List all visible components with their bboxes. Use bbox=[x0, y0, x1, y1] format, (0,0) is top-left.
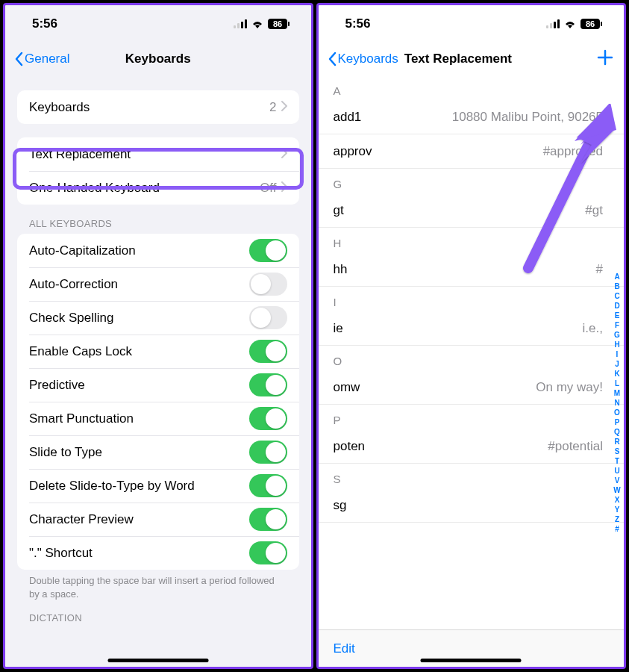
index-letter[interactable]: W bbox=[612, 485, 622, 495]
add-button[interactable] bbox=[597, 49, 613, 69]
nav-bar: General Keyboards bbox=[5, 43, 311, 75]
index-letter[interactable]: J bbox=[612, 359, 622, 369]
index-letter[interactable]: Y bbox=[612, 505, 622, 514]
index-letter[interactable]: R bbox=[612, 437, 622, 447]
row-detail: Off bbox=[260, 181, 276, 196]
toggle-label: Character Preview bbox=[29, 512, 249, 527]
index-letter[interactable]: U bbox=[612, 466, 622, 476]
chevron-right-icon bbox=[281, 101, 287, 114]
index-letter[interactable]: I bbox=[612, 349, 622, 359]
index-letter[interactable]: Q bbox=[612, 427, 622, 437]
toggle-switch[interactable] bbox=[249, 373, 287, 396]
row-one-handed[interactable]: One-Handed Keyboard Off bbox=[17, 171, 299, 205]
index-letter[interactable]: H bbox=[612, 340, 622, 349]
section-letter-header: I bbox=[319, 287, 625, 311]
phrase-text: #potential bbox=[548, 439, 603, 454]
back-label: General bbox=[25, 52, 69, 66]
replacement-row[interactable]: hh# bbox=[319, 252, 625, 287]
toggle-switch[interactable] bbox=[249, 340, 287, 363]
phone-left-keyboards-settings: 5:56 86 General Keyboards Keyboards 2 bbox=[3, 3, 313, 669]
index-letter[interactable]: P bbox=[612, 417, 622, 427]
svg-text:86: 86 bbox=[586, 19, 595, 28]
index-letter[interactable]: # bbox=[612, 524, 622, 534]
svg-rect-1 bbox=[237, 23, 240, 28]
page-title: Text Replacement bbox=[404, 52, 512, 66]
toggle-switch[interactable] bbox=[249, 273, 287, 296]
index-letter[interactable]: O bbox=[612, 408, 622, 417]
index-letter[interactable]: A bbox=[612, 272, 622, 281]
svg-rect-5 bbox=[288, 22, 290, 26]
toggle-switch[interactable] bbox=[249, 239, 287, 262]
phone-right-text-replacement: 5:56 86 Keyboards Text Replacement Aadd1… bbox=[316, 3, 627, 669]
toggle-switch[interactable] bbox=[249, 441, 287, 464]
toggle-row: Check Spelling bbox=[17, 301, 299, 335]
section-letter-header: P bbox=[319, 405, 625, 429]
toggle-switch[interactable] bbox=[249, 508, 287, 531]
index-letter[interactable]: X bbox=[612, 495, 622, 505]
index-letter[interactable]: V bbox=[612, 476, 622, 485]
group-keyboards: Keyboards 2 bbox=[17, 90, 299, 124]
back-button[interactable]: Keyboards bbox=[328, 52, 398, 66]
row-text-replacement[interactable]: Text Replacement bbox=[17, 137, 299, 171]
replacements-list[interactable]: Aadd110880 Malibu Point, 90265approv#app… bbox=[319, 75, 625, 667]
phrase-text: #gt bbox=[585, 203, 603, 218]
shortcut-text: approv bbox=[334, 144, 543, 159]
toggle-switch[interactable] bbox=[249, 306, 287, 329]
row-label: Text Replacement bbox=[29, 147, 281, 162]
index-letter[interactable]: T bbox=[612, 456, 622, 466]
toggle-row: Slide to Type bbox=[17, 435, 299, 469]
index-letter[interactable]: F bbox=[612, 320, 622, 330]
replacement-row[interactable]: omwOn my way! bbox=[319, 370, 625, 405]
replacement-row[interactable]: add110880 Malibu Point, 90265 bbox=[319, 100, 625, 134]
page-title: Keyboards bbox=[125, 52, 191, 66]
back-button[interactable]: General bbox=[14, 52, 69, 66]
chevron-left-icon bbox=[328, 52, 337, 66]
section-letter-header: O bbox=[319, 346, 625, 370]
shortcut-text: gt bbox=[334, 203, 586, 218]
index-letter[interactable]: S bbox=[612, 447, 622, 456]
battery-icon: 86 bbox=[268, 19, 290, 29]
index-letter[interactable]: C bbox=[612, 291, 622, 301]
replacements-content: Aadd110880 Malibu Point, 90265approv#app… bbox=[319, 75, 625, 667]
shortcut-text: poten bbox=[334, 439, 548, 454]
replacement-row[interactable]: iei.e., bbox=[319, 311, 625, 346]
replacement-row[interactable]: poten#potential bbox=[319, 429, 625, 464]
group-all-keyboards: Auto-CapitalizationAuto-CorrectionCheck … bbox=[17, 234, 299, 570]
shortcut-text: sg bbox=[334, 498, 604, 513]
section-letter-header: S bbox=[319, 464, 625, 488]
index-letter[interactable]: L bbox=[612, 379, 622, 388]
toggle-row: Auto-Capitalization bbox=[17, 234, 299, 267]
battery-icon: 86 bbox=[581, 19, 603, 29]
index-letter[interactable]: N bbox=[612, 398, 622, 408]
row-keyboards[interactable]: Keyboards 2 bbox=[17, 90, 299, 124]
phrase-text: #approved bbox=[543, 144, 603, 159]
index-letter[interactable]: Z bbox=[612, 514, 622, 524]
replacement-row[interactable]: sg bbox=[319, 488, 625, 523]
section-index-scrubber[interactable]: ABCDEFGHIJKLMNOPQRSTUVWXYZ# bbox=[612, 172, 622, 633]
plus-icon bbox=[597, 49, 613, 66]
edit-button[interactable]: Edit bbox=[334, 641, 355, 656]
section-footer: Double tapping the space bar will insert… bbox=[5, 570, 311, 602]
home-indicator[interactable] bbox=[107, 659, 208, 662]
row-label: Keyboards bbox=[29, 100, 269, 115]
row-label: One-Handed Keyboard bbox=[29, 181, 260, 196]
toggle-switch[interactable] bbox=[249, 474, 287, 497]
toggle-switch[interactable] bbox=[249, 541, 287, 564]
index-letter[interactable]: G bbox=[612, 330, 622, 340]
index-letter[interactable]: B bbox=[612, 281, 622, 291]
index-letter[interactable]: D bbox=[612, 301, 622, 311]
svg-rect-12 bbox=[601, 22, 602, 26]
toggle-label: Predictive bbox=[29, 378, 249, 393]
svg-text:86: 86 bbox=[272, 19, 281, 28]
home-indicator[interactable] bbox=[421, 659, 522, 662]
replacement-row[interactable]: approv#approved bbox=[319, 134, 625, 169]
index-letter[interactable]: M bbox=[612, 388, 622, 398]
toggle-switch[interactable] bbox=[249, 407, 287, 430]
index-letter[interactable]: E bbox=[612, 311, 622, 320]
index-letter[interactable]: K bbox=[612, 369, 622, 379]
toggle-row: Character Preview bbox=[17, 503, 299, 536]
section-header-all-keyboards: ALL KEYBOARDS bbox=[5, 205, 311, 234]
replacement-row[interactable]: gt#gt bbox=[319, 193, 625, 228]
shortcut-text: omw bbox=[334, 380, 536, 395]
group-text-options: Text Replacement One-Handed Keyboard Off bbox=[17, 137, 299, 205]
